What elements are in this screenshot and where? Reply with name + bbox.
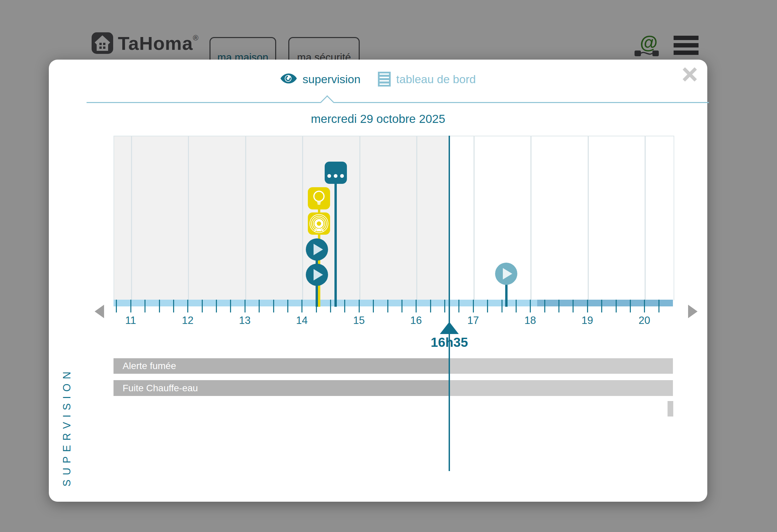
ruler-tick [159, 300, 160, 312]
tab-supervision-label: supervision [302, 73, 360, 86]
ruler-tick [144, 300, 145, 312]
ruler-tick [202, 300, 203, 312]
scroll-right-arrow-icon[interactable] [688, 305, 698, 318]
supervision-dialog: supervision tableau de bord mercredi 29 … [49, 60, 707, 502]
ruler-tick [516, 300, 517, 312]
ruler-tick [116, 300, 117, 312]
list-icon [378, 72, 391, 87]
past-time-region [114, 136, 450, 300]
hour-gridline [131, 136, 132, 300]
ruler-tick [216, 300, 217, 312]
ruler-tick [273, 300, 274, 312]
ruler-tick [259, 300, 260, 312]
ruler-tick [173, 300, 174, 312]
play-light-icon[interactable] [495, 263, 517, 285]
hour-label: 19 [582, 314, 593, 327]
hour-gridline [416, 136, 417, 300]
app: TaHoma® ma maison ma sécurité @ super [0, 0, 777, 532]
ruler-tick [187, 300, 188, 312]
ruler-tick [430, 300, 431, 312]
tab-tableau-de-bord-label: tableau de bord [396, 73, 476, 86]
more-dots-icon[interactable] [325, 162, 347, 184]
ruler-tick [601, 300, 602, 312]
hour-gridline [588, 136, 589, 300]
light-rings-icon[interactable] [308, 212, 330, 235]
ruler-tick [573, 300, 574, 312]
hour-label: 12 [182, 314, 193, 327]
alert-row-smoke[interactable]: Alerte fumée [114, 358, 673, 374]
current-time-line [449, 136, 450, 471]
ruler-tick [530, 300, 531, 312]
dialog-tabs: supervision tableau de bord [49, 72, 707, 87]
ruler-band-evening [537, 300, 673, 306]
ruler-tick [301, 300, 302, 312]
ruler-tick [644, 300, 645, 312]
ruler-tick [230, 300, 231, 312]
play-icon[interactable] [306, 264, 328, 286]
active-tab-notch [320, 95, 334, 109]
ruler-tick [287, 300, 288, 312]
hour-label: 20 [639, 314, 650, 327]
ruler-tick [630, 300, 631, 312]
ruler-tick [359, 300, 360, 312]
tab-tableau-de-bord[interactable]: tableau de bord [378, 72, 476, 87]
hour-label: 15 [353, 314, 365, 327]
tabs-underline [87, 102, 709, 103]
ruler-tick [616, 300, 617, 312]
alert-row-label: Fuite Chauffe-eau [123, 380, 198, 396]
ruler-tick [487, 300, 488, 312]
ruler-tick [245, 300, 246, 312]
eye-icon [280, 73, 297, 86]
hour-label: 16 [410, 314, 422, 327]
scroll-left-arrow-icon[interactable] [95, 305, 104, 318]
ruler-tick [401, 300, 402, 312]
hour-label: 13 [239, 314, 251, 327]
ruler-tick [387, 300, 388, 312]
current-time-marker-icon[interactable] [440, 322, 459, 334]
time-ruler: 11121314151617181920 [114, 300, 673, 332]
alert-row-water-leak[interactable]: Fuite Chauffe-eau [114, 380, 673, 396]
hour-gridline [359, 136, 360, 300]
bulb-icon[interactable] [308, 187, 330, 209]
hour-gridline [530, 136, 531, 300]
tab-supervision[interactable]: supervision [280, 73, 360, 86]
ruler-tick [458, 300, 459, 312]
ruler-tick [330, 300, 331, 312]
ruler-tick [344, 300, 345, 312]
more-events-stem [334, 168, 337, 307]
current-time-label: 16h35 [412, 335, 486, 350]
scrollbar-thumb[interactable] [668, 401, 673, 417]
ruler-tick [444, 300, 445, 312]
hour-label: 18 [524, 314, 536, 327]
ruler-tick [416, 300, 417, 312]
ruler-tick [473, 300, 474, 312]
ruler-tick [130, 300, 131, 312]
ruler-tick [501, 300, 503, 312]
alert-row-label: Alerte fumée [123, 358, 176, 374]
hour-gridline [302, 136, 303, 300]
ruler-tick [658, 300, 659, 312]
ruler-tick [373, 300, 374, 312]
hour-label: 11 [125, 314, 136, 327]
play-icon[interactable] [306, 238, 328, 261]
ruler-tick [544, 300, 545, 312]
hour-gridline [245, 136, 246, 300]
hour-label: 14 [296, 314, 307, 327]
hour-label: 17 [467, 314, 479, 327]
hour-gridline [474, 136, 475, 300]
hour-gridline [645, 136, 646, 300]
ruler-tick [587, 300, 588, 312]
chart-area [114, 136, 674, 300]
ruler-tick [558, 300, 559, 312]
hour-gridline [188, 136, 189, 300]
date-title: mercredi 29 octobre 2025 [49, 112, 707, 126]
supervision-side-label: SUPERVISION [61, 345, 73, 487]
